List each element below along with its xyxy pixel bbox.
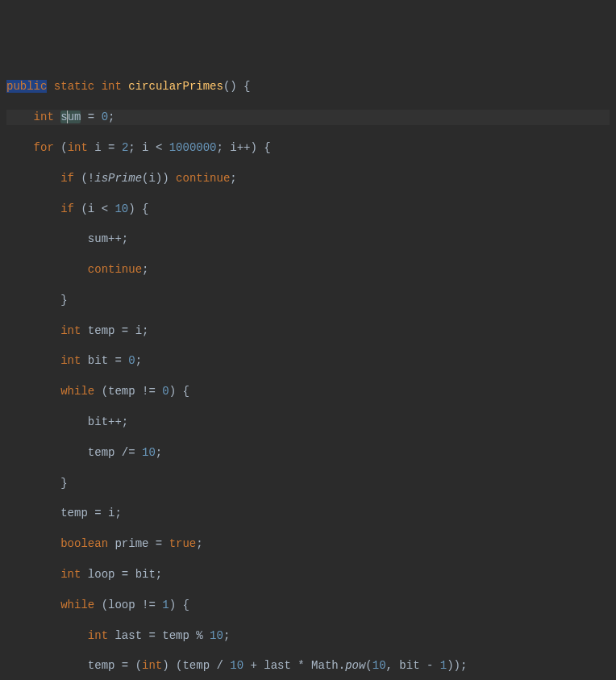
code-line: int last = temp % 10;: [6, 628, 610, 644]
code-line: boolean prime = true;: [6, 536, 610, 552]
code-line: int temp = i;: [6, 323, 610, 339]
code-line: continue;: [6, 262, 610, 277]
code-line: }: [6, 476, 610, 491]
code-line: bit++;: [6, 415, 610, 430]
code-line: public static int circularPrimes() {: [6, 79, 610, 94]
code-line: if (!isPrime(i)) continue;: [6, 171, 610, 186]
code-line: while (loop != 1) {: [6, 598, 610, 613]
keyword-public: public: [6, 80, 47, 93]
code-line: int loop = bit;: [6, 567, 610, 582]
code-editor[interactable]: public static int circularPrimes() { int…: [6, 65, 610, 680]
code-line: if (i < 10) {: [6, 202, 610, 217]
code-line: temp = i;: [6, 506, 610, 521]
code-line-current: int sum = 0;: [6, 110, 610, 125]
code-line: temp = (int) (temp / 10 + last * Math.po…: [6, 658, 610, 674]
code-line: while (temp != 0) {: [6, 384, 610, 399]
code-line: sum++;: [6, 232, 610, 247]
code-line: int bit = 0;: [6, 353, 610, 369]
cursor-position: sum: [60, 111, 81, 123]
code-line: for (int i = 2; i < 1000000; i++) {: [6, 140, 610, 156]
method-name: circularPrimes: [128, 80, 223, 93]
code-line: temp /= 10;: [6, 445, 610, 461]
code-line: }: [6, 293, 610, 308]
